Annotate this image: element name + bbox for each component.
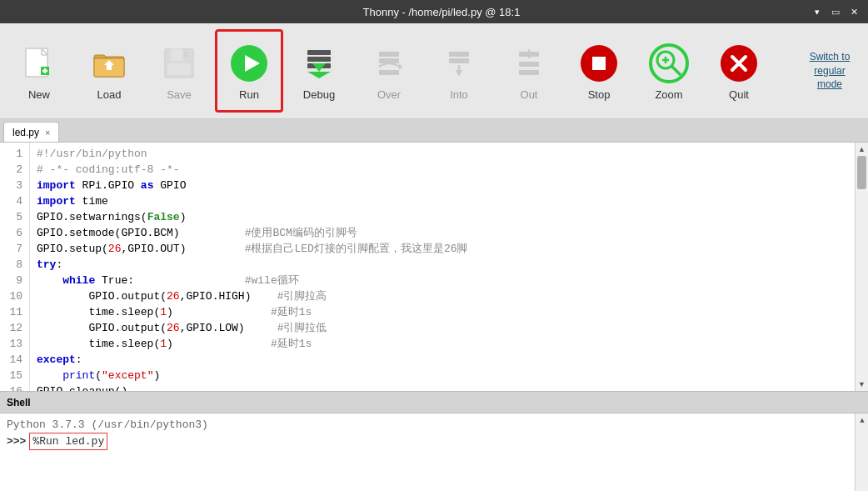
editor-scrollbar[interactable]: ▲ ▼ [855,143,868,391]
title-bar: Thonny - /home/pi/led.py @ 18:1 ▾ ▭ ✕ [0,0,868,23]
scroll-up-arrow[interactable]: ▲ [856,143,869,156]
svg-rect-19 [379,52,399,57]
out-label: Out [521,88,538,101]
debug-icon [297,42,341,85]
stop-button[interactable]: Stop [565,29,633,113]
scroll-track[interactable] [856,156,868,378]
minimize-button[interactable]: ▾ [810,4,825,19]
load-icon [87,42,131,85]
into-label: Into [450,88,468,101]
code-editor[interactable]: #!/usr/bin/python # -*- coding:utf-8 -*-… [30,143,855,391]
svg-rect-31 [519,62,539,67]
load-button[interactable]: Load [75,29,143,113]
svg-rect-10 [167,63,191,75]
load-label: Load [97,88,122,101]
svg-rect-15 [307,57,331,62]
scroll-thumb[interactable] [857,156,866,189]
window-controls[interactable]: ▾ ▭ ✕ [810,4,861,19]
svg-rect-32 [519,70,539,75]
over-icon [367,42,411,85]
svg-marker-26 [456,70,462,77]
shell-scroll-up[interactable]: ▲ [856,413,868,427]
shell-prompt: >>> [7,433,26,449]
out-icon [507,42,551,85]
out-button[interactable]: Out [495,29,563,113]
run-button[interactable]: Run [215,29,283,113]
svg-rect-24 [449,58,469,63]
quit-label: Quit [729,88,749,101]
quit-button[interactable]: Quit [705,29,773,113]
editor-area: 12345 678910 1112131415 161718 #!/usr/bi… [0,143,868,391]
svg-marker-17 [307,72,331,78]
shell-label: Shell [7,397,31,408]
run-icon [227,42,271,85]
svg-rect-34 [592,57,606,70]
new-icon [17,42,61,85]
svg-rect-14 [307,50,331,55]
shell-content[interactable]: Python 3.7.3 (/usr/bin/python3) >>> %Run… [0,413,868,491]
debug-label: Debug [303,88,335,101]
shell-prompt-line: >>> %Run led.py [7,433,861,450]
tab-bar: led.py × [0,119,868,143]
svg-line-37 [671,66,681,75]
line-numbers: 12345 678910 1112131415 161718 [0,143,30,391]
svg-rect-11 [184,51,187,58]
zoom-icon [647,42,691,85]
shell-header: Shell [0,392,868,413]
save-icon [157,42,201,85]
save-button[interactable]: Save [145,29,213,113]
svg-marker-21 [399,63,402,70]
switch-mode-button[interactable]: Switch to regular mode [796,50,863,92]
into-icon [437,42,481,85]
tab-close-button[interactable]: × [45,128,50,138]
debug-button[interactable]: Debug [285,29,353,113]
save-label: Save [167,88,192,101]
zoom-label: Zoom [655,88,682,101]
over-button[interactable]: Over [355,29,423,113]
scroll-down-arrow[interactable]: ▼ [856,378,869,391]
stop-icon [577,42,621,85]
quit-icon [717,42,761,85]
svg-rect-9 [171,49,182,61]
over-label: Over [377,88,401,101]
svg-rect-22 [379,70,399,75]
shell-command-input[interactable]: %Run led.py [29,433,107,450]
zoom-button[interactable]: Zoom [635,29,703,113]
tab-label: led.py [12,127,39,138]
shell-scrollbar[interactable]: ▲ [855,413,868,491]
into-button[interactable]: Into [425,29,493,113]
svg-point-35 [651,45,687,82]
python-version-line: Python 3.7.3 (/usr/bin/python3) [7,417,861,433]
file-tab[interactable]: led.py × [3,122,59,142]
close-button[interactable]: ✕ [846,4,861,19]
new-button[interactable]: New [5,29,73,113]
switch-mode-label: Switch to regular mode [810,50,851,92]
svg-rect-23 [449,52,469,57]
window-title: Thonny - /home/pi/led.py @ 18:1 [363,6,521,18]
stop-label: Stop [588,88,611,101]
shell-area: Shell Python 3.7.3 (/usr/bin/python3) >>… [0,391,868,491]
run-label: Run [239,88,259,101]
maximize-button[interactable]: ▭ [828,4,843,19]
toolbar: New Load Save [0,23,868,119]
new-label: New [28,88,50,101]
